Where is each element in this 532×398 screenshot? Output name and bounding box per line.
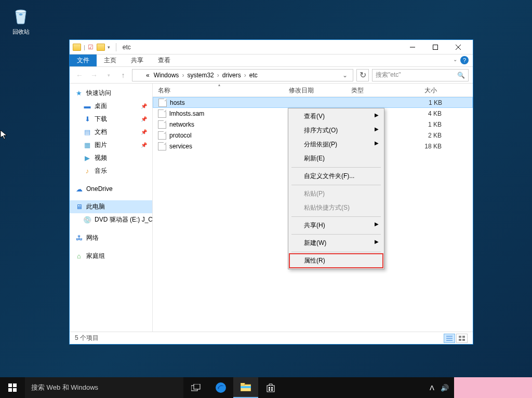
nav-up-button[interactable]: ↑ <box>117 70 129 81</box>
close-button[interactable] <box>447 40 470 54</box>
qat-sep: | <box>82 44 87 50</box>
submenu-arrow-icon: ▶ <box>375 126 379 132</box>
titlebar[interactable]: | ☑ ▾ etc <box>70 40 473 54</box>
menu-new[interactable]: 新建(W)▶ <box>289 236 383 250</box>
maximize-button[interactable] <box>424 40 447 54</box>
sidebar-item-music[interactable]: ♪音乐 <box>70 164 152 177</box>
refresh-button[interactable]: ↻ <box>356 69 369 81</box>
menu-separator <box>291 185 381 185</box>
sidebar-item-documents[interactable]: ▤文档📌 <box>70 126 152 139</box>
column-date[interactable]: 修改日期 <box>284 84 346 97</box>
star-icon: ★ <box>75 89 83 98</box>
breadcrumb-item[interactable]: Windows <box>152 72 181 79</box>
search-icon: 🔍 <box>457 72 465 79</box>
submenu-arrow-icon: ▶ <box>375 112 379 118</box>
tab-file[interactable]: 文件 <box>70 54 97 66</box>
menu-group[interactable]: 分组依据(P)▶ <box>289 138 383 152</box>
pictures-icon: ▦ <box>83 141 91 149</box>
network-icon: 🖧 <box>75 234 83 242</box>
svg-rect-17 <box>241 386 251 388</box>
breadcrumb-dropdown-icon[interactable]: ⌄ <box>339 72 351 79</box>
tab-home[interactable]: 主页 <box>97 54 124 66</box>
view-details-button[interactable] <box>444 334 455 343</box>
context-menu: 查看(V)▶ 排序方式(O)▶ 分组依据(P)▶ 刷新(E) 自定义文件夹(F)… <box>288 108 384 269</box>
help-icon[interactable]: ? <box>460 56 469 64</box>
file-icon <box>158 131 166 140</box>
cursor-icon <box>0 130 8 142</box>
search-placeholder: 搜索"etc" <box>376 71 401 79</box>
svg-rect-10 <box>459 339 461 341</box>
menu-view[interactable]: 查看(V)▶ <box>289 109 383 123</box>
menu-paste-shortcut: 粘贴快捷方式(S) <box>289 201 383 215</box>
file-name: networks <box>169 121 288 128</box>
breadcrumb-item[interactable]: system32 <box>185 72 216 79</box>
qat-folder-icon[interactable] <box>97 44 105 51</box>
explorer-window: | ☑ ▾ etc 文件 主页 共享 查看 ⌄ ? ← → ▾ ↑ « Wind… <box>69 39 473 345</box>
sidebar-item-videos[interactable]: ▶视频 <box>70 152 152 164</box>
taskbar-explorer-button[interactable] <box>233 377 258 398</box>
file-name: services <box>169 143 288 150</box>
minimize-button[interactable] <box>401 40 424 54</box>
qat-check-icon[interactable]: ☑ <box>88 44 94 51</box>
search-input[interactable]: 搜索"etc" 🔍 <box>372 69 469 81</box>
menu-customize[interactable]: 自定义文件夹(F)... <box>289 169 383 183</box>
svg-rect-19 <box>269 387 270 389</box>
sidebar-item-downloads[interactable]: ⬇下载📌 <box>70 113 152 126</box>
window-icon <box>73 44 81 51</box>
svg-rect-8 <box>459 336 461 338</box>
taskbar-edge-button[interactable] <box>208 377 233 398</box>
sidebar-item-pictures[interactable]: ▦图片📌 <box>70 139 152 152</box>
pin-icon: 📌 <box>141 142 147 148</box>
menu-refresh[interactable]: 刷新(E) <box>289 152 383 166</box>
cloud-icon: ☁ <box>75 185 83 193</box>
sidebar-item-quick-access[interactable]: ★快速访问 <box>70 87 152 100</box>
sidebar-item-onedrive[interactable]: ☁OneDrive <box>70 183 152 195</box>
pin-icon: 📌 <box>141 116 147 122</box>
file-row[interactable]: hosts1 KB <box>153 97 473 108</box>
breadcrumb-item[interactable]: drivers <box>220 72 243 79</box>
ribbon-expand-icon[interactable]: ⌄ <box>453 57 457 62</box>
disc-icon: 💿 <box>83 216 91 224</box>
sidebar-item-desktop[interactable]: ▬桌面📌 <box>70 100 152 113</box>
menu-separator <box>291 216 381 217</box>
sidebar: ★快速访问 ▬桌面📌 ⬇下载📌 ▤文档📌 ▦图片📌 ▶视频 ♪音乐 ☁OneDr… <box>70 84 153 332</box>
breadcrumb[interactable]: « Windows› system32› drivers› etc ⌄ <box>132 69 353 81</box>
menu-sort[interactable]: 排序方式(O)▶ <box>289 123 383 138</box>
column-size[interactable]: 大小 <box>406 84 443 97</box>
sidebar-item-network[interactable]: 🖧网络 <box>70 231 152 244</box>
submenu-arrow-icon: ▶ <box>375 221 379 227</box>
tab-share[interactable]: 共享 <box>124 54 151 66</box>
recycle-bin-icon[interactable]: 回收站 <box>5 5 36 36</box>
breadcrumb-icon <box>135 72 142 78</box>
svg-point-0 <box>16 10 26 13</box>
breadcrumb-item[interactable]: etc <box>247 72 260 79</box>
menu-paste: 粘贴(P) <box>289 187 383 201</box>
document-icon: ▤ <box>83 128 91 136</box>
svg-rect-20 <box>271 387 273 389</box>
pin-icon: 📌 <box>141 129 147 135</box>
start-button[interactable] <box>0 377 25 398</box>
tray-volume-icon[interactable]: 🔊 <box>441 384 449 392</box>
taskbar-store-button[interactable] <box>258 377 283 398</box>
nav-history-button[interactable]: ▾ <box>103 70 114 81</box>
sidebar-item-homegroup[interactable]: ⌂家庭组 <box>70 250 152 263</box>
column-headers: 名称▴ 修改日期 类型 大小 <box>153 84 473 97</box>
system-tray[interactable]: ᐱ 🔊 <box>424 377 454 398</box>
svg-rect-9 <box>462 336 465 338</box>
sidebar-item-dvd[interactable]: 💿DVD 驱动器 (E:) J_C <box>70 213 152 226</box>
qat-dropdown-icon[interactable]: ▾ <box>106 45 112 50</box>
menu-share[interactable]: 共享(H)▶ <box>289 218 383 232</box>
nav-back-button[interactable]: ← <box>74 70 85 81</box>
column-name[interactable]: 名称▴ <box>153 84 284 97</box>
view-icons-button[interactable] <box>456 334 468 343</box>
breadcrumb-prefix[interactable]: « <box>144 72 152 79</box>
task-view-button[interactable] <box>183 377 208 398</box>
sidebar-item-this-pc[interactable]: 🖥此电脑 <box>70 200 152 213</box>
file-size: 1 KB <box>410 121 447 128</box>
tab-view[interactable]: 查看 <box>151 54 178 66</box>
menu-properties[interactable]: 属性(R) <box>289 254 383 268</box>
tray-chevron-icon[interactable]: ᐱ <box>430 384 434 392</box>
column-type[interactable]: 类型 <box>346 84 406 97</box>
nav-forward-button[interactable]: → <box>88 70 100 81</box>
taskbar-search-input[interactable]: 搜索 Web 和 Windows <box>25 377 183 398</box>
